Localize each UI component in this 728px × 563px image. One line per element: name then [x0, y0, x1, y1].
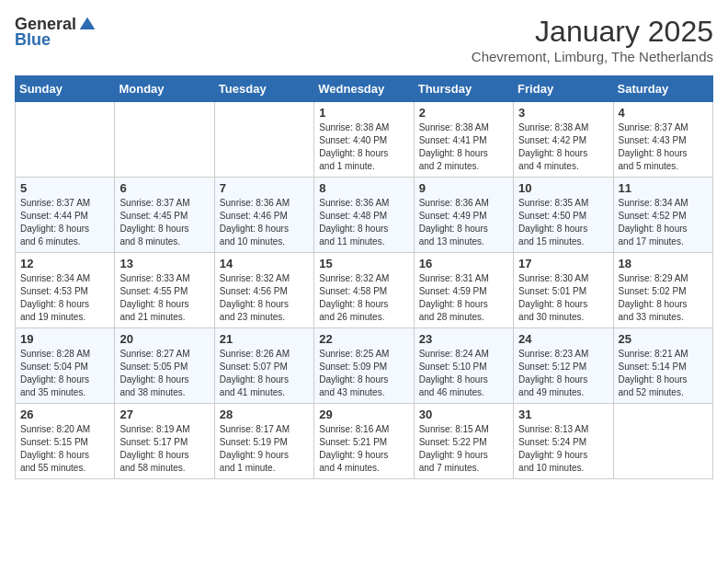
table-row: 20Sunrise: 8:27 AM Sunset: 5:05 PM Dayli… [115, 328, 214, 404]
title-block: January 2025 Chevremont, Limburg, The Ne… [472, 15, 713, 64]
day-number: 20 [119, 332, 209, 346]
calendar-table: Sunday Monday Tuesday Wednesday Thursday… [15, 75, 713, 479]
day-info: Sunrise: 8:27 AM Sunset: 5:05 PM Dayligh… [119, 348, 209, 399]
day-number: 24 [518, 332, 608, 346]
day-info: Sunrise: 8:32 AM Sunset: 4:58 PM Dayligh… [319, 272, 408, 324]
table-row: 28Sunrise: 8:17 AM Sunset: 5:19 PM Dayli… [214, 404, 313, 479]
table-row: 3Sunrise: 8:38 AM Sunset: 4:42 PM Daylig… [514, 102, 613, 178]
table-row: 1Sunrise: 8:38 AM Sunset: 4:40 PM Daylig… [314, 102, 414, 178]
day-number: 9 [419, 181, 508, 195]
day-info: Sunrise: 8:28 AM Sunset: 5:04 PM Dayligh… [20, 348, 109, 399]
day-number: 1 [319, 106, 408, 120]
calendar-week-row: 1Sunrise: 8:38 AM Sunset: 4:40 PM Daylig… [16, 102, 713, 178]
table-row: 5Sunrise: 8:37 AM Sunset: 4:44 PM Daylig… [16, 178, 115, 253]
day-number: 11 [619, 181, 708, 195]
table-row: 13Sunrise: 8:33 AM Sunset: 4:55 PM Dayli… [115, 253, 214, 328]
day-number: 15 [319, 257, 408, 270]
table-row: 22Sunrise: 8:25 AM Sunset: 5:09 PM Dayli… [314, 328, 414, 404]
day-info: Sunrise: 8:34 AM Sunset: 4:53 PM Dayligh… [20, 272, 109, 324]
table-row: 19Sunrise: 8:28 AM Sunset: 5:04 PM Dayli… [16, 328, 115, 404]
col-thursday: Thursday [414, 76, 513, 102]
day-info: Sunrise: 8:23 AM Sunset: 5:12 PM Dayligh… [518, 348, 608, 399]
logo-blue: Blue [15, 30, 51, 50]
table-row: 27Sunrise: 8:19 AM Sunset: 5:17 PM Dayli… [115, 404, 214, 479]
calendar-header-row: Sunday Monday Tuesday Wednesday Thursday… [16, 76, 713, 102]
col-friday: Friday [514, 76, 613, 102]
table-row: 15Sunrise: 8:32 AM Sunset: 4:58 PM Dayli… [314, 253, 414, 328]
day-info: Sunrise: 8:20 AM Sunset: 5:15 PM Dayligh… [20, 423, 109, 475]
day-number: 5 [20, 181, 109, 195]
day-number: 29 [319, 408, 408, 421]
day-info: Sunrise: 8:29 AM Sunset: 5:02 PM Dayligh… [619, 272, 708, 324]
col-monday: Monday [115, 76, 214, 102]
table-row [115, 102, 214, 178]
day-info: Sunrise: 8:37 AM Sunset: 4:45 PM Dayligh… [119, 197, 209, 248]
day-number: 13 [119, 257, 209, 270]
day-info: Sunrise: 8:36 AM Sunset: 4:46 PM Dayligh… [220, 197, 309, 248]
table-row: 12Sunrise: 8:34 AM Sunset: 4:53 PM Dayli… [16, 253, 115, 328]
col-sunday: Sunday [16, 76, 115, 102]
table-row: 30Sunrise: 8:15 AM Sunset: 5:22 PM Dayli… [414, 404, 513, 479]
table-row: 26Sunrise: 8:20 AM Sunset: 5:15 PM Dayli… [16, 404, 115, 479]
day-info: Sunrise: 8:37 AM Sunset: 4:43 PM Dayligh… [619, 121, 708, 173]
col-wednesday: Wednesday [314, 76, 414, 102]
table-row: 7Sunrise: 8:36 AM Sunset: 4:46 PM Daylig… [214, 178, 313, 253]
day-number: 25 [619, 332, 708, 346]
table-row: 31Sunrise: 8:13 AM Sunset: 5:24 PM Dayli… [514, 404, 613, 479]
calendar-week-row: 5Sunrise: 8:37 AM Sunset: 4:44 PM Daylig… [16, 178, 713, 253]
day-number: 19 [20, 332, 109, 346]
col-tuesday: Tuesday [214, 76, 313, 102]
day-info: Sunrise: 8:16 AM Sunset: 5:21 PM Dayligh… [319, 423, 408, 475]
svg-marker-0 [80, 17, 96, 29]
table-row: 6Sunrise: 8:37 AM Sunset: 4:45 PM Daylig… [115, 178, 214, 253]
day-number: 12 [20, 257, 109, 270]
day-info: Sunrise: 8:25 AM Sunset: 5:09 PM Dayligh… [319, 348, 408, 399]
calendar-week-row: 12Sunrise: 8:34 AM Sunset: 4:53 PM Dayli… [16, 253, 713, 328]
day-info: Sunrise: 8:30 AM Sunset: 5:01 PM Dayligh… [518, 272, 608, 324]
day-info: Sunrise: 8:17 AM Sunset: 5:19 PM Dayligh… [220, 423, 309, 475]
table-row: 16Sunrise: 8:31 AM Sunset: 4:59 PM Dayli… [414, 253, 513, 328]
table-row: 24Sunrise: 8:23 AM Sunset: 5:12 PM Dayli… [514, 328, 613, 404]
day-number: 16 [419, 257, 508, 270]
calendar-subtitle: Chevremont, Limburg, The Netherlands [472, 49, 713, 64]
table-row: 17Sunrise: 8:30 AM Sunset: 5:01 PM Dayli… [514, 253, 613, 328]
day-number: 6 [119, 181, 209, 195]
table-row: 25Sunrise: 8:21 AM Sunset: 5:14 PM Dayli… [613, 328, 712, 404]
day-number: 27 [119, 408, 209, 421]
table-row: 23Sunrise: 8:24 AM Sunset: 5:10 PM Dayli… [414, 328, 513, 404]
day-number: 8 [319, 181, 408, 195]
table-row [613, 404, 712, 479]
table-row: 9Sunrise: 8:36 AM Sunset: 4:49 PM Daylig… [414, 178, 513, 253]
table-row [214, 102, 313, 178]
logo-icon [78, 16, 97, 34]
day-info: Sunrise: 8:21 AM Sunset: 5:14 PM Dayligh… [619, 348, 708, 399]
day-number: 10 [518, 181, 608, 195]
logo: General Blue [15, 15, 97, 50]
day-info: Sunrise: 8:31 AM Sunset: 4:59 PM Dayligh… [419, 272, 508, 324]
day-info: Sunrise: 8:13 AM Sunset: 5:24 PM Dayligh… [518, 423, 608, 475]
day-number: 4 [619, 106, 708, 120]
day-info: Sunrise: 8:26 AM Sunset: 5:07 PM Dayligh… [220, 348, 309, 399]
page-header: General Blue January 2025 Chevremont, Li… [15, 15, 713, 64]
day-number: 2 [419, 106, 508, 120]
day-number: 7 [220, 181, 309, 195]
day-number: 17 [518, 257, 608, 270]
day-number: 18 [619, 257, 708, 270]
day-number: 3 [518, 106, 608, 120]
table-row: 2Sunrise: 8:38 AM Sunset: 4:41 PM Daylig… [414, 102, 513, 178]
table-row [16, 102, 115, 178]
day-info: Sunrise: 8:24 AM Sunset: 5:10 PM Dayligh… [419, 348, 508, 399]
table-row: 8Sunrise: 8:36 AM Sunset: 4:48 PM Daylig… [314, 178, 414, 253]
table-row: 14Sunrise: 8:32 AM Sunset: 4:56 PM Dayli… [214, 253, 313, 328]
calendar-week-row: 19Sunrise: 8:28 AM Sunset: 5:04 PM Dayli… [16, 328, 713, 404]
day-info: Sunrise: 8:36 AM Sunset: 4:48 PM Dayligh… [319, 197, 408, 248]
day-info: Sunrise: 8:38 AM Sunset: 4:41 PM Dayligh… [419, 121, 508, 173]
col-saturday: Saturday [613, 76, 712, 102]
day-number: 28 [220, 408, 309, 421]
day-number: 14 [220, 257, 309, 270]
day-number: 22 [319, 332, 408, 346]
calendar-week-row: 26Sunrise: 8:20 AM Sunset: 5:15 PM Dayli… [16, 404, 713, 479]
day-info: Sunrise: 8:34 AM Sunset: 4:52 PM Dayligh… [619, 197, 708, 248]
day-info: Sunrise: 8:37 AM Sunset: 4:44 PM Dayligh… [20, 197, 109, 248]
day-number: 23 [419, 332, 508, 346]
